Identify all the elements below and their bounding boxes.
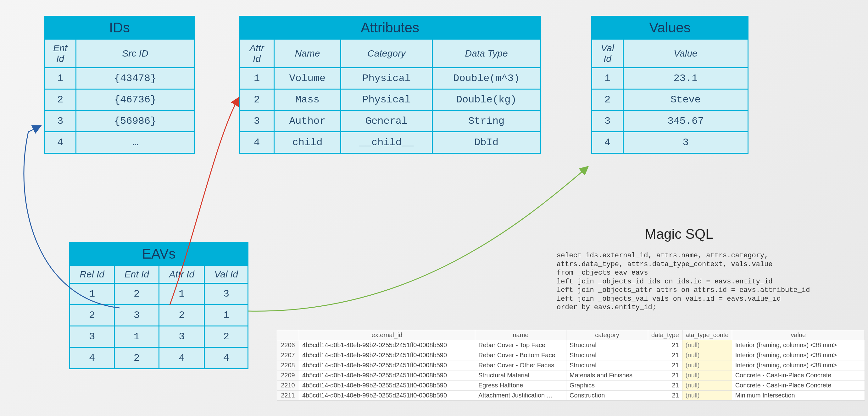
result-cell: 4b5cdf14-d0b1-40eb-99b2-0255d2451ff0-000…	[299, 381, 475, 390]
ids-cell: 4	[45, 132, 76, 153]
result-header-rownum	[277, 330, 299, 340]
result-rownum: 2208	[277, 360, 299, 371]
result-cell: (null)	[682, 390, 732, 401]
result-cell: Rebar Cover - Other Faces	[475, 360, 566, 371]
result-cell: Egress Halftone	[475, 381, 566, 390]
attr-cell: Mass	[274, 89, 341, 111]
result-cell: Structural Material	[475, 371, 566, 381]
attr-cell: Physical	[341, 68, 432, 89]
result-cell: Materials and Finishes	[566, 371, 648, 381]
eav-cell: 3	[159, 326, 205, 347]
eav-cell: 3	[70, 326, 115, 347]
result-grid: external_id name category data_type ata_…	[277, 330, 865, 401]
attr-cell: child	[274, 132, 341, 153]
attr-cell: Double(kg)	[432, 89, 540, 111]
ids-table: IDs Ent Id Src ID 1{43478} 2{46736} 3{56…	[44, 16, 195, 153]
eav-cell: 4	[159, 347, 205, 369]
result-header-datatypecontext: ata_type_conte	[682, 330, 732, 340]
eav-cell: 4	[205, 347, 248, 369]
result-cell: 21	[648, 381, 682, 390]
result-cell: Graphics	[566, 381, 648, 390]
eav-cell: 1	[70, 283, 115, 305]
ids-header-entid: Ent Id	[45, 39, 76, 68]
attr-cell: Double(m^3)	[432, 68, 540, 89]
ids-title: IDs	[45, 16, 195, 39]
eav-cell: 1	[115, 326, 159, 347]
attributes-header-name: Name	[274, 39, 341, 68]
attr-cell: 1	[240, 68, 274, 89]
result-cell: 21	[648, 371, 682, 381]
values-header-valid: Val Id	[592, 39, 623, 68]
result-cell: (null)	[682, 340, 732, 350]
result-cell: 4b5cdf14-d0b1-40eb-99b2-0255d2451ff0-000…	[299, 360, 475, 371]
ids-cell: 1	[45, 68, 76, 89]
result-cell: 21	[648, 360, 682, 371]
attr-cell: Author	[274, 111, 341, 132]
values-table: Values Val Id Value 123.1 2Steve 3345.67…	[591, 16, 748, 153]
result-cell: (null)	[682, 381, 732, 390]
result-cell: Concrete - Cast-in-Place Concrete	[732, 381, 865, 390]
ids-cell: 3	[45, 111, 76, 132]
ids-cell: {56986}	[76, 111, 195, 132]
val-cell: 2	[592, 89, 623, 111]
eavs-title: EAVs	[70, 243, 248, 266]
val-cell: 3	[592, 111, 623, 132]
ids-cell: 2	[45, 89, 76, 111]
values-header-value: Value	[623, 39, 748, 68]
result-cell: Structural	[566, 350, 648, 360]
ids-header-srcid: Src ID	[76, 39, 195, 68]
ids-cell: {43478}	[76, 68, 195, 89]
eav-cell: 2	[70, 305, 115, 326]
attr-cell: String	[432, 111, 540, 132]
result-cell: Construction	[566, 390, 648, 401]
eavs-table: EAVs Rel Id Ent Id Attr Id Val Id 1213 2…	[69, 242, 248, 369]
result-header-category: category	[566, 330, 648, 340]
attributes-header-attrid: Attr Id	[240, 39, 274, 68]
attr-cell: 2	[240, 89, 274, 111]
result-cell: 21	[648, 390, 682, 401]
result-cell: (null)	[682, 360, 732, 371]
result-cell: (null)	[682, 371, 732, 381]
eav-cell: 3	[115, 305, 159, 326]
result-cell: 21	[648, 350, 682, 360]
eav-cell: 1	[159, 283, 205, 305]
val-cell: 4	[592, 132, 623, 153]
result-cell: Interior (framing, columns) <38 mm>	[732, 360, 865, 371]
result-header-datatype: data_type	[648, 330, 682, 340]
attr-cell: DbId	[432, 132, 540, 153]
result-rownum: 2207	[277, 350, 299, 360]
values-title: Values	[592, 16, 748, 39]
val-cell: 3	[623, 132, 748, 153]
magic-sql-title: Magic SQL	[645, 226, 713, 242]
result-cell: 4b5cdf14-d0b1-40eb-99b2-0255d2451ff0-000…	[299, 340, 475, 350]
result-cell: 4b5cdf14-d0b1-40eb-99b2-0255d2451ff0-000…	[299, 350, 475, 360]
result-cell: Interior (framing, columns) <38 mm>	[732, 350, 865, 360]
result-cell: Minimum Intersection	[732, 390, 865, 401]
eav-cell: 1	[205, 305, 248, 326]
result-header-externalid: external_id	[299, 330, 475, 340]
eavs-header-attrid: Attr Id	[159, 266, 205, 283]
eav-cell: 2	[159, 305, 205, 326]
attr-cell: General	[341, 111, 432, 132]
arrow-valid-to-values	[248, 167, 588, 311]
eav-cell: 2	[115, 347, 159, 369]
result-cell: (null)	[682, 350, 732, 360]
result-rownum: 2210	[277, 381, 299, 390]
result-header-value: value	[732, 330, 865, 340]
attr-cell: 3	[240, 111, 274, 132]
val-cell: 1	[592, 68, 623, 89]
result-cell: 4b5cdf14-d0b1-40eb-99b2-0255d2451ff0-000…	[299, 390, 475, 401]
result-rownum: 2209	[277, 371, 299, 381]
attributes-header-datatype: Data Type	[432, 39, 540, 68]
eavs-header-entid: Ent Id	[115, 266, 159, 283]
magic-sql-code: select ids.external_id, attrs.name, attr…	[557, 251, 810, 312]
result-cell: 4b5cdf14-d0b1-40eb-99b2-0255d2451ff0-000…	[299, 371, 475, 381]
attr-cell: 4	[240, 132, 274, 153]
result-cell: Structural	[566, 340, 648, 350]
result-cell: Rebar Cover - Bottom Face	[475, 350, 566, 360]
result-cell: Rebar Cover - Top Face	[475, 340, 566, 350]
attr-cell: Physical	[341, 89, 432, 111]
attr-cell: __child__	[341, 132, 432, 153]
result-cell: Interior (framing, columns) <38 mm>	[732, 340, 865, 350]
result-cell: 21	[648, 340, 682, 350]
